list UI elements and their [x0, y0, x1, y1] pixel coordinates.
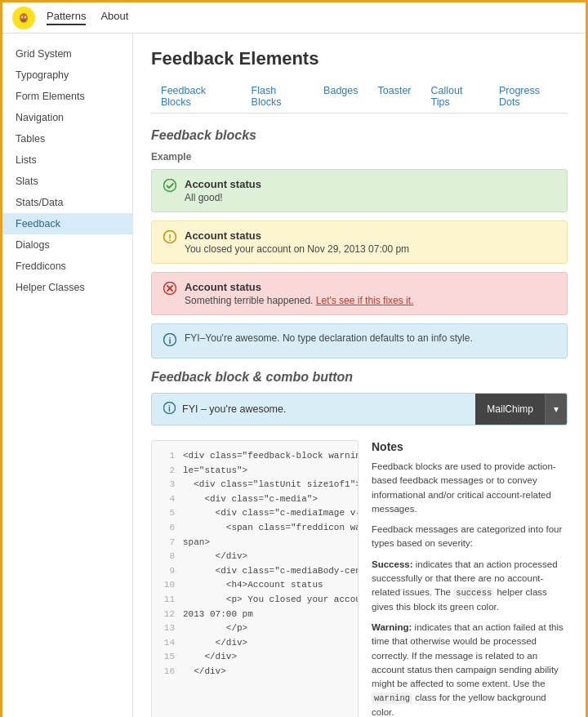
code-notes-section: 1 <div class="feedback-block warning sec… [151, 440, 568, 717]
combo-button-group: MailChimp ▾ [475, 394, 567, 425]
notes-panel: Notes Feedback blocks are used to provid… [372, 440, 568, 717]
line-num-3: 3 [160, 478, 175, 492]
code-line-2: 2 le="status"> [160, 464, 350, 479]
line-num-9: 9 [160, 564, 175, 579]
line-num-5: 5 [160, 506, 175, 521]
notes-para-1: Feedback blocks are used to provide acti… [372, 460, 568, 516]
code-line-4: 4 <div class="c-media"> [160, 492, 350, 507]
notes-title: Notes [372, 440, 568, 453]
sidebar-item-helper-classes[interactable]: Helper Classes [2, 277, 132, 298]
line-num-13: 13 [160, 621, 175, 636]
code-warning: warning [372, 693, 412, 704]
feedback-title-error: Account status [185, 281, 413, 293]
svg-text:i: i [168, 404, 171, 413]
code-text-14: </div> [183, 636, 247, 651]
feedback-block-success: Account status All good! [151, 169, 568, 212]
code-line-8: 8 </div> [160, 550, 350, 564]
logo [12, 7, 35, 29]
code-line-1: 1 <div class="feedback-block warning sec… [160, 449, 350, 464]
feedback-block-info: i FYI–You're awesome. No type declaratio… [151, 323, 568, 358]
code-line-5: 5 <div class="c-mediaImage v-isFreddicon… [160, 506, 350, 521]
code-text-1: <div class="feedback-block warning secti… [183, 449, 359, 464]
tab-callout-tips[interactable]: Callout Tips [421, 81, 489, 114]
code-line-15: 15 </div> [160, 650, 350, 665]
notes-para-success: Success: indicates that an action proces… [372, 558, 568, 615]
sidebar-item-navigation[interactable]: Navigation [2, 107, 132, 128]
info-icon: i [163, 333, 176, 350]
sidebar-item-tables[interactable]: Tables [2, 128, 132, 149]
sidebar-item-stats-data[interactable]: Stats/Data [2, 192, 132, 213]
feedback-title-success: Account status [185, 178, 261, 190]
sidebar-item-feedback[interactable]: Feedback [2, 213, 132, 234]
code-text-8: </div> [183, 550, 247, 564]
feedback-message-info: FYI–You're awesome. No type declaration … [185, 332, 473, 344]
notes-para-warning: Warning: indicates that an action failed… [372, 621, 568, 717]
line-num-15: 15 [160, 650, 175, 665]
code-text-15: </div> [183, 650, 237, 665]
code-text-7: span> [183, 536, 210, 550]
code-line-10: 10 <h4>Account status [160, 578, 350, 593]
combo-main-button[interactable]: MailChimp [475, 394, 545, 425]
svg-text:!: ! [168, 233, 172, 243]
error-icon [163, 282, 176, 298]
code-panel: 1 <div class="feedback-block warning sec… [151, 440, 359, 717]
nav-links: Patterns About [47, 10, 128, 25]
feedback-block-error: Account status Something terrible happen… [151, 272, 568, 315]
code-line-9: 9 <div class="c-mediaBody-centered"> [160, 564, 350, 579]
tab-flash-blocks[interactable]: Flash Blocks [242, 81, 314, 114]
sidebar-item-typography[interactable]: Typography [2, 65, 132, 86]
combo-feedback-block: i FYI – you're awesome. MailChimp ▾ [151, 393, 568, 425]
line-num-7: 7 [160, 536, 175, 550]
combo-info-icon: i [163, 402, 176, 416]
main-layout: Grid System Typography Form Elements Nav… [2, 33, 586, 717]
code-text-9: <div class="c-mediaBody-centered"> [183, 564, 359, 579]
tab-navigation: Feedback Blocks Flash Blocks Badges Toas… [151, 81, 568, 114]
line-num-12: 12 [160, 608, 175, 622]
tab-toaster[interactable]: Toaster [368, 81, 421, 114]
line-num-4: 4 [160, 492, 175, 507]
code-line-14: 14 </div> [160, 636, 350, 651]
feedback-content-success: Account status All good! [185, 178, 261, 203]
code-line-12: 12 2013 07:00 pm [160, 608, 350, 622]
feedback-message-error: Something terrible happened. Let's see i… [185, 295, 413, 306]
feedback-message-warning: You closed your account on Nov 29, 2013 … [185, 243, 409, 255]
code-text-5: <div class="c-mediaImage v-isFreddicon"> [183, 506, 359, 521]
combo-message: FYI – you're awesome. [182, 403, 286, 415]
feedback-blocks-title: Feedback blocks [151, 128, 568, 143]
tab-progress-dots[interactable]: Progress Dots [489, 81, 568, 114]
feedback-title-warning: Account status [185, 229, 409, 242]
sidebar-item-form-elements[interactable]: Form Elements [2, 86, 132, 107]
nav-about[interactable]: About [100, 10, 128, 25]
feedback-content-error: Account status Something terrible happen… [185, 281, 413, 306]
feedback-error-link[interactable]: Let's see if this fixes it. [316, 295, 414, 306]
line-num-10: 10 [160, 578, 175, 593]
main-content: Feedback Elements Feedback Blocks Flash … [133, 33, 586, 717]
code-text-16: </div> [183, 665, 226, 679]
sidebar-item-freddicons[interactable]: Freddicons [2, 256, 132, 277]
line-num-6: 6 [160, 521, 175, 536]
svg-point-4 [21, 16, 22, 17]
success-icon [163, 179, 176, 195]
notes-para-2: Feedback messages are categorized into f… [372, 523, 568, 551]
code-text-4: <div class="c-media"> [183, 492, 318, 507]
tab-badges[interactable]: Badges [314, 81, 368, 114]
sidebar-item-slats[interactable]: Slats [2, 171, 132, 192]
nav-patterns[interactable]: Patterns [47, 10, 86, 25]
tab-feedback-blocks[interactable]: Feedback Blocks [151, 81, 242, 114]
code-line-11: 11 <p> You closed your account on Nov 29… [160, 593, 350, 608]
code-line-16: 16 </div> [160, 665, 350, 679]
svg-point-5 [24, 16, 25, 17]
feedback-message-success: All good! [185, 192, 261, 203]
sidebar-item-lists[interactable]: Lists [2, 149, 132, 171]
line-num-14: 14 [160, 636, 175, 651]
warning-icon: ! [163, 230, 176, 247]
code-line-13: 13 </p> [160, 621, 350, 636]
sidebar-item-dialogs[interactable]: Dialogs [2, 234, 132, 256]
example-label: Example [151, 151, 568, 163]
line-num-16: 16 [160, 665, 175, 679]
code-text-10: <h4>Account status [183, 578, 323, 593]
sidebar-item-grid-system[interactable]: Grid System [2, 43, 132, 65]
code-line-6: 6 <span class="freddicon warn-circle"></ [160, 521, 350, 536]
feedback-content-warning: Account status You closed your account o… [185, 229, 409, 255]
combo-dropdown-button[interactable]: ▾ [545, 394, 567, 425]
